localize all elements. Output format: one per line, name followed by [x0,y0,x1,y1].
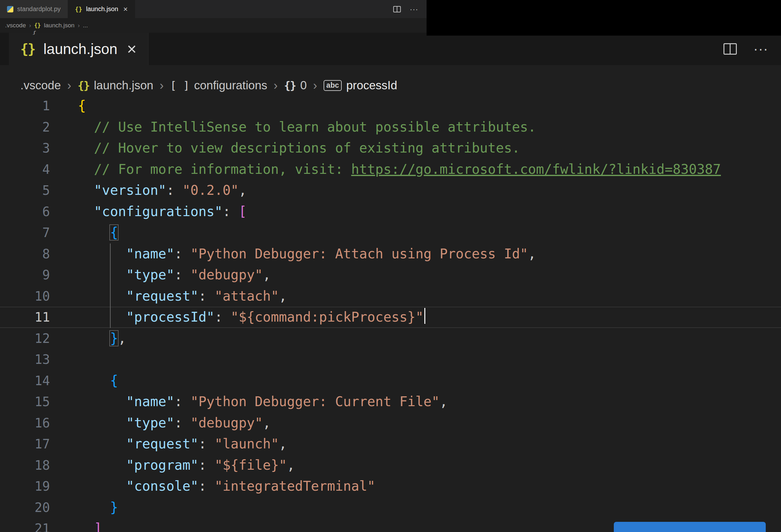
code-token: // For more information, visit: [94,161,351,177]
code-line[interactable]: 2 // Use IntelliSense to learn about pos… [0,117,781,138]
code-line[interactable]: 8 "name": "Python Debugger: Attach using… [0,243,781,265]
code-text: "version": "0.2.0", [78,180,247,201]
close-icon[interactable]: × [126,41,136,57]
breadcrumb-item-0[interactable]: {} 0 [284,79,307,92]
json-braces-icon: {} [75,6,82,13]
code-token: "debugpy" [191,267,263,283]
line-number[interactable]: 9 [0,264,50,286]
tab-label: standardplot.py [17,5,61,13]
code-token [78,415,126,431]
line-number[interactable]: 21 [0,518,50,532]
line-number[interactable]: 4 [0,159,50,180]
line-number[interactable]: 1 [0,95,50,117]
chevron-right-icon: › [67,79,72,92]
breadcrumb-item-more[interactable]: ... [83,22,88,29]
code-text: "name": "Python Debugger: Attach using P… [78,243,536,265]
line-number[interactable]: 19 [0,476,50,497]
code-line[interactable]: 7 { [0,222,781,243]
line-number[interactable]: 7 [0,222,50,243]
line-number[interactable]: 5 [0,180,50,201]
code-line[interactable]: 3 // Hover to view descriptions of exist… [0,137,781,159]
code-line[interactable]: 1{ [0,95,781,117]
json-braces-icon: {} [20,41,35,57]
breadcrumb-item-vscode[interactable]: .vscode [20,79,61,92]
breadcrumb-item-launch-json[interactable]: launch.json [44,22,74,29]
line-number[interactable]: 10 [0,286,50,307]
line-number[interactable]: 17 [0,434,50,455]
more-actions-icon[interactable]: ··· [410,5,418,13]
code-token [78,478,126,494]
breadcrumb-item-vscode[interactable]: .vscode [5,22,26,29]
line-number[interactable]: 16 [0,412,50,434]
code-text: "type": "debugpy", [78,264,271,286]
indent-guide [110,243,111,328]
blue-button-partial[interactable] [614,522,766,532]
code-token: "request" [126,288,199,304]
line-number[interactable]: 11 [0,307,50,328]
code-line[interactable]: 15 "name": "Python Debugger: Current Fil… [0,391,781,412]
code-line[interactable]: 11 "processId": "${command:pickProcess}" [0,307,781,328]
code-text: { [78,222,118,243]
code-line[interactable]: 10 "request": "attach", [0,286,781,307]
code-token: // Hover to view descriptions of existin… [94,140,520,156]
line-number[interactable]: 2 [0,117,50,138]
breadcrumb-item-processid[interactable]: abc processId [324,79,397,92]
comment-link[interactable]: https://go.microsoft.com/fwlink/?linkid=… [351,161,721,177]
code-token: : [198,288,214,304]
code-line[interactable]: 18 "program": "${file}", [0,455,781,476]
line-number[interactable]: 12 [0,328,50,349]
tab-standardplot-py[interactable]: standardplot.py [0,0,68,18]
code-token: , [440,394,448,409]
code-text: ] [78,518,102,532]
line-number[interactable]: 8 [0,243,50,265]
code-token: : [174,246,191,261]
code-line[interactable]: 9 "type": "debugpy", [0,264,781,286]
line-number[interactable]: 3 [0,137,50,159]
split-editor-icon[interactable] [393,6,401,12]
line-number[interactable]: 18 [0,455,50,476]
split-editor-icon[interactable] [724,43,737,55]
code-line[interactable]: 16 "type": "debugpy", [0,412,781,434]
more-actions-icon[interactable]: ··· [753,42,768,56]
close-icon[interactable]: × [122,5,128,13]
code-token: : [198,436,214,452]
code-token: "type" [126,267,174,283]
breadcrumb-item-configurations[interactable]: [ ] configurations [170,79,267,92]
code-token: "configurations" [94,204,223,219]
code-editor[interactable]: 1{2 // Use IntelliSense to learn about p… [0,95,781,532]
line-number[interactable]: 15 [0,391,50,412]
breadcrumb-item-launch-json[interactable]: {} launch.json [78,79,153,92]
code-line[interactable]: 19 "console": "integratedTerminal" [0,476,781,497]
line-number[interactable]: 13 [0,349,50,370]
code-token: } [110,500,118,515]
chevron-right-icon: › [78,22,79,29]
code-line[interactable]: 12 }, [0,328,781,349]
code-token: , [279,288,287,304]
code-token: "name" [126,394,174,409]
tab-launch-json-large[interactable]: {} launch.json × [9,33,149,65]
line-number[interactable]: 6 [0,201,50,222]
chevron-right-icon: › [313,79,318,92]
tab-launch-json[interactable]: {} launch.json × [68,0,135,18]
code-line[interactable]: 6 "configurations": [ [0,201,781,222]
code-token: , [287,457,295,473]
array-symbol-icon: [ ] [170,79,190,92]
code-token: { [110,225,118,240]
code-token: : [174,394,191,409]
code-line[interactable]: 4 // For more information, visit: https:… [0,159,781,180]
code-token: { [110,373,118,388]
code-line[interactable]: 5 "version": "0.2.0", [0,180,781,201]
code-token: "Python Debugger: Current File" [191,394,440,409]
code-token: "request" [126,436,199,452]
code-line[interactable]: 14 { [0,370,781,392]
code-token: "0.2.0" [182,182,239,198]
code-token [78,394,126,409]
code-text: "type": "debugpy", [78,412,271,434]
code-line[interactable]: 13 [0,349,781,370]
code-line[interactable]: 17 "request": "launch", [0,434,781,455]
code-line[interactable]: 20 } [0,497,781,518]
line-number[interactable]: 14 [0,370,50,392]
code-token: "launch" [214,436,279,452]
code-token: : [198,478,214,494]
line-number[interactable]: 20 [0,497,50,518]
